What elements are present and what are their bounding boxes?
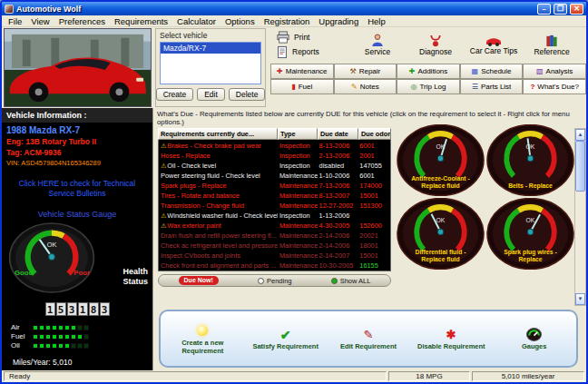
- select-vehicle-label: Select vehicle: [160, 31, 261, 40]
- filter-pending[interactable]: Pending: [258, 277, 292, 285]
- column-header-due-date[interactable]: Due date: [318, 128, 358, 140]
- scroll-down-arrow[interactable]: ▼: [575, 293, 585, 305]
- whats-due-panel: What's Due - Requirements listed below a…: [152, 108, 588, 374]
- table-row[interactable]: ⚠Wax exterior paintMaintenance4-30-20051…: [159, 221, 390, 231]
- svg-text:OK: OK: [47, 241, 57, 249]
- top-toolbar: Print Reports Service Di: [270, 27, 586, 62]
- table-row[interactable]: Check front end alignment and parts ...M…: [159, 261, 390, 271]
- vehicle-list-item[interactable]: Mazda/RX-7: [161, 43, 260, 54]
- scroll-up-arrow[interactable]: ▲: [575, 129, 585, 141]
- table-row[interactable]: Inspect CVboots and jointsMaintenance2-1…: [159, 251, 390, 261]
- tab-parts-list[interactable]: ☰Parts List: [460, 79, 524, 94]
- menu-calculator[interactable]: Calculator: [172, 16, 220, 26]
- table-row[interactable]: Check ac refrigerant level and pressureM…: [159, 241, 390, 251]
- edit-requirement-button[interactable]: ✎ Edit Requirement: [328, 327, 409, 350]
- gauge-antifreeze: OK Antifreeze-Coolant - Replace fluid: [397, 124, 485, 196]
- table-row[interactable]: Drain flush and refill power steering fl…: [159, 231, 390, 241]
- vehicle-name: 1988 Mazda RX-7: [2, 123, 152, 136]
- svg-text:OK: OK: [526, 217, 535, 223]
- tab-maintenance[interactable]: ✚Maintenance: [270, 64, 334, 79]
- warning-icon: ⚠: [161, 212, 166, 219]
- tab-schedule[interactable]: ▦Schedule: [460, 64, 524, 79]
- menu-help[interactable]: Help: [363, 16, 390, 26]
- warning-icon: ⚠: [161, 143, 166, 149]
- column-header-due-odom[interactable]: Due odom...: [358, 128, 391, 140]
- menu-registration[interactable]: Registration: [260, 16, 315, 26]
- lightbulb-icon: [197, 325, 208, 336]
- gauges-button[interactable]: Gauges: [494, 327, 575, 350]
- close-button[interactable]: ✕: [570, 4, 583, 15]
- create-requirement-button[interactable]: Create a new Requirement: [162, 323, 243, 355]
- pencil-icon: ✎: [351, 84, 358, 91]
- vertical-scrollbar[interactable]: ▲ ▼: [574, 128, 586, 306]
- tab-additions[interactable]: ✚Additions: [397, 64, 460, 79]
- status-miles-year: 5,010 miles/year: [472, 371, 584, 381]
- gauge-spark-plug-wires: OK Spark plug wires - Replace: [486, 198, 574, 270]
- odometer: 153183: [2, 302, 152, 316]
- reference-button[interactable]: Reference: [523, 34, 581, 56]
- edit-vehicle-button[interactable]: Edit: [197, 88, 225, 101]
- diagnose-button[interactable]: Diagnose: [407, 34, 465, 56]
- menu-preferences[interactable]: Preferences: [54, 16, 110, 26]
- tab-analysis[interactable]: ▧Analysis: [523, 64, 586, 79]
- warning-icon: ⚠: [161, 162, 166, 169]
- reports-button[interactable]: Reports: [270, 45, 348, 59]
- satisfy-requirement-button[interactable]: ✔ Satisfy Requirement: [245, 327, 327, 350]
- column-header-requirement[interactable]: Requirements currently due...: [158, 128, 278, 140]
- create-vehicle-button[interactable]: Create: [156, 88, 194, 101]
- table-row[interactable]: Transmission - Change fluidMaintenance12…: [159, 201, 390, 211]
- disable-requirement-button[interactable]: ✱ Disable Requirement: [410, 327, 492, 350]
- menu-view[interactable]: View: [26, 16, 54, 26]
- menu-file[interactable]: File: [4, 16, 26, 26]
- filter-show-all[interactable]: Show ALL: [331, 277, 371, 285]
- menu-upgrading[interactable]: Upgrading: [314, 16, 363, 26]
- menu-bar: File View Preferences Requirements Calcu…: [2, 15, 586, 27]
- show-all-dot-icon: [331, 278, 338, 284]
- tab-fuel[interactable]: ▮Fuel: [270, 79, 334, 94]
- table-row[interactable]: ⚠Oil - Check levelInspectiondisabled1470…: [159, 161, 390, 171]
- table-row[interactable]: Power steering fluid - Check levelMainte…: [159, 171, 390, 181]
- menu-requirements[interactable]: Requirements: [110, 16, 172, 26]
- gauge-differential: OK Differential fluid - Replace fluid: [397, 198, 485, 270]
- minimize-button[interactable]: –: [537, 4, 551, 15]
- window-title: Automotive Wolf: [16, 5, 534, 14]
- requirements-list: ⚠Brakes - Check brake pad wearInspection…: [158, 140, 391, 271]
- tab-trip-log[interactable]: ◎Trip Log: [397, 79, 460, 94]
- tab-whats-due[interactable]: ?What's Due?: [523, 79, 586, 94]
- fluid-meters: Air Fuel Oil: [11, 323, 152, 350]
- print-button[interactable]: Print: [270, 31, 348, 44]
- menu-options[interactable]: Options: [220, 16, 260, 26]
- tab-repair[interactable]: ⚒Repair: [334, 64, 397, 79]
- app-window: Automotive Wolf – ❐ ✕ File View Preferen…: [0, 0, 588, 384]
- plus-icon: ✚: [409, 68, 416, 75]
- report-document-icon: [276, 45, 289, 59]
- status-mpg: 18 MPG: [388, 371, 470, 381]
- tab-notes[interactable]: ✎Notes: [334, 79, 397, 94]
- table-row[interactable]: Hoses - ReplaceInspection2-13-20062001: [159, 151, 390, 161]
- filter-legend: Due Now! Pending Show ALL: [158, 274, 391, 287]
- calendar-icon: ▦: [472, 68, 479, 75]
- status-ready: Ready: [4, 371, 387, 381]
- vehicle-list[interactable]: Mazda/RX-7: [160, 42, 261, 84]
- column-header-type[interactable]: Type: [278, 128, 318, 140]
- maximize-button[interactable]: ❐: [554, 4, 567, 15]
- table-row[interactable]: ⚠Brakes - Check brake pad wearInspection…: [159, 141, 390, 151]
- warning-icon: ⚠: [161, 222, 166, 229]
- delete-vehicle-button[interactable]: Delete: [229, 88, 266, 101]
- table-row[interactable]: ⚠Windshield washer fluid - Check levelIn…: [159, 211, 390, 221]
- tsb-link[interactable]: Click HERE to check for Technical Servic…: [11, 179, 143, 199]
- check-icon: ✔: [280, 328, 291, 342]
- tab-strip: ✚Maintenance ⚒Repair ✚Additions ▦Schedul…: [270, 64, 586, 94]
- trip-icon: ◎: [410, 84, 416, 91]
- table-row[interactable]: Spark plugs - ReplaceMaintenance7-13-200…: [159, 181, 390, 191]
- printer-icon: [276, 31, 290, 44]
- service-button[interactable]: Service: [348, 34, 407, 56]
- list-icon: ☰: [472, 84, 478, 91]
- car-care-tips-button[interactable]: Car Care Tips: [465, 34, 523, 55]
- chart-icon: ▧: [536, 68, 544, 75]
- app-icon: [5, 5, 14, 14]
- service-mechanic-icon: [370, 34, 385, 47]
- table-row[interactable]: Tires - Rotate and balanceMaintenance8-1…: [159, 191, 390, 201]
- filter-due-now[interactable]: Due Now!: [179, 276, 219, 285]
- scrollbar-thumb[interactable]: [575, 141, 585, 192]
